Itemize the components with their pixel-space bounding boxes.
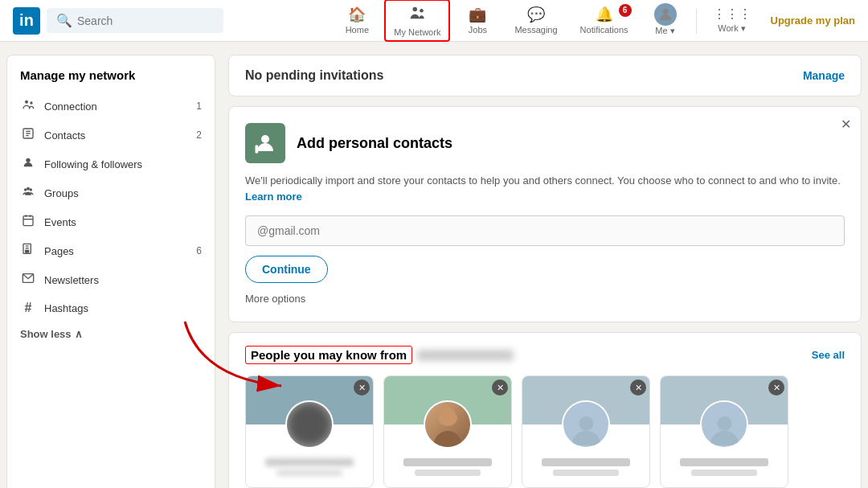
home-icon: 🏠 [348,6,366,23]
contacts-description: We'll periodically import and store your… [245,173,845,204]
dismiss-person-4[interactable]: ✕ [768,379,784,396]
person-card-4[interactable]: ✕ [660,375,788,488]
person-info-4 [661,449,788,487]
show-less-label: Show less [20,328,72,340]
dismiss-person-1[interactable]: ✕ [354,379,370,396]
sidebar-item-following[interactable]: Following & followers [7,150,215,178]
svg-point-11 [30,188,32,191]
svg-rect-25 [438,410,457,426]
invitations-title: No pending invitations [245,68,383,83]
email-input[interactable] [245,215,845,246]
linkedin-logo[interactable]: in [13,7,40,35]
svg-rect-13 [23,216,33,226]
contacts-card: ✕ Add personal contacts We'll periodical… [228,106,862,322]
people-title: People you may know from [245,346,514,364]
search-bar[interactable]: 🔍 [47,8,223,33]
svg-point-1 [420,9,424,13]
upgrade-link[interactable]: Upgrade my plan [771,14,855,27]
person-info-3 [522,449,649,487]
show-less-button[interactable]: Show less ∧ [7,322,215,347]
sidebar: Manage my network Connection 1 Contacts … [6,55,215,488]
nav-work[interactable]: ⋮⋮⋮ Work ▾ [703,3,761,39]
nav-me[interactable]: Me ▾ [641,0,690,41]
nav-jobs-label: Jobs [469,25,487,35]
me-avatar [654,3,677,26]
newsletters-label: Newsletters [44,274,202,286]
nav-me-label: Me ▾ [655,26,674,36]
jobs-icon: 💼 [469,6,486,23]
person-avatar-1 [285,400,334,449]
manage-button[interactable]: Manage [803,69,845,82]
company-blurred [417,350,514,361]
pages-icon [20,243,36,259]
svg-rect-23 [256,146,259,154]
nav-messaging[interactable]: 💬 Messaging [505,2,567,39]
groups-label: Groups [44,187,202,199]
nav-my-network-label: My Network [394,27,440,37]
hashtags-icon: # [20,301,36,315]
svg-point-4 [30,101,32,104]
invitations-box: No pending invitations Manage [228,55,862,96]
contacts-count: 2 [196,129,202,141]
svg-point-0 [413,7,418,12]
nav-work-label: Work ▾ [718,23,746,34]
messaging-icon: 💬 [527,6,545,23]
connection-label: Connection [44,100,188,113]
events-icon [20,214,36,230]
nav-messaging-label: Messaging [514,25,557,35]
people-section: People you may know from See all ✕ [228,332,862,488]
person-card-3[interactable]: ✕ [522,375,650,488]
contacts-card-title: Add personal contacts [297,135,452,152]
more-options-link[interactable]: More options [245,293,305,305]
search-icon: 🔍 [56,13,72,28]
sidebar-item-connection[interactable]: Connection 1 [7,92,215,121]
pages-label: Pages [44,245,188,257]
sidebar-item-groups[interactable]: Groups [7,178,215,207]
see-all-button[interactable]: See all [812,349,845,361]
people-header: People you may know from See all [245,346,845,364]
nav-my-network[interactable]: My Network [384,0,450,42]
following-icon [20,156,36,172]
main-nav: 🏠 Home My Network 💼 Jobs 💬 Messaging 🔔 6 [333,0,855,42]
notifications-icon: 🔔 [596,6,613,23]
sidebar-item-pages[interactable]: Pages 6 [7,236,215,265]
nav-notifications[interactable]: 🔔 6 Notifications [571,2,638,39]
person-info-1 [246,449,373,487]
person-card-1[interactable]: ✕ [245,375,374,488]
svg-point-26 [579,416,593,431]
nav-home-label: Home [346,25,369,35]
main-layout: Manage my network Connection 1 Contacts … [0,42,868,488]
dismiss-person-2[interactable]: ✕ [492,379,508,396]
sidebar-item-newsletters[interactable]: Newsletters [7,265,215,294]
chevron-up-icon: ∧ [75,328,83,340]
nav-home[interactable]: 🏠 Home [333,2,381,39]
close-contacts-button[interactable]: ✕ [841,117,851,132]
svg-point-2 [662,9,668,14]
my-network-icon [408,4,426,26]
nav-jobs[interactable]: 💼 Jobs [453,2,502,39]
notifications-badge: 6 [619,4,632,17]
person-avatar-3 [562,400,610,449]
contacts-label: Contacts [44,129,188,141]
header: in 🔍 🏠 Home My Network 💼 Jobs 💬 Me [0,0,868,42]
pages-count: 6 [196,245,202,256]
newsletters-icon [20,272,36,288]
work-icon: ⋮⋮⋮ [713,6,751,22]
svg-point-10 [24,188,27,191]
svg-point-3 [25,100,28,104]
person-card-2[interactable]: ✕ [383,375,512,488]
sidebar-title: Manage my network [7,68,215,92]
contacts-icon [20,127,36,143]
learn-more-link[interactable]: Learn more [245,191,302,203]
main-content: No pending invitations Manage ✕ Add pers… [228,55,862,488]
dismiss-person-3[interactable]: ✕ [630,379,646,396]
sidebar-item-hashtags[interactable]: # Hashtags [7,294,215,322]
person-avatar-2 [424,400,472,449]
sidebar-item-contacts[interactable]: Contacts 2 [7,121,215,150]
svg-point-22 [261,135,269,143]
svg-point-27 [717,416,731,431]
sidebar-item-events[interactable]: Events [7,207,215,236]
continue-button[interactable]: Continue [245,256,328,283]
search-input[interactable] [77,14,214,27]
connection-icon [20,98,36,114]
